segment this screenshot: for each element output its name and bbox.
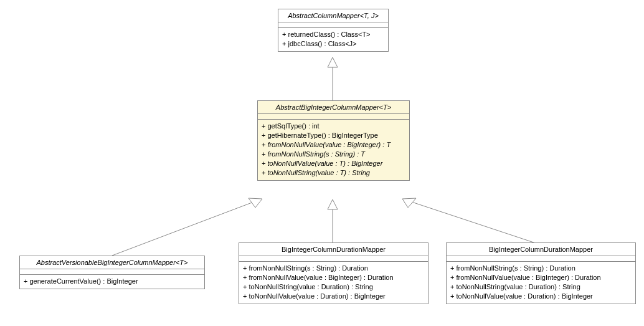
method-abstract: + fromNonNullString(s : String) : T bbox=[262, 150, 405, 159]
method: + toNonNullValue(value : Duration) : Big… bbox=[450, 292, 632, 301]
class-methods: + getSqlType() : int + getHibernateType(… bbox=[258, 120, 409, 180]
method: + toNonNullString(value : Duration) : St… bbox=[243, 282, 424, 292]
method: + getHibernateType() : BigIntegerType bbox=[262, 131, 405, 140]
class-methods: + fromNonNullString(s : String) : Durati… bbox=[447, 262, 635, 304]
method: + fromNonNullString(s : String) : Durati… bbox=[243, 264, 424, 273]
class-biginteger-column-duration-mapper[interactable]: BigIntegerColumnDurationMapper + fromNon… bbox=[239, 242, 429, 304]
method: + returnedClass() : Class<T> bbox=[282, 30, 384, 39]
class-attributes-empty bbox=[278, 22, 388, 28]
method-abstract: + toNonNullString(value : T) : String bbox=[262, 168, 405, 178]
class-title: BigIntegerColumnDurationMapper bbox=[239, 243, 428, 256]
class-abstract-versionable-biginteger-column-mapper[interactable]: AbstractVersionableBigIntegerColumnMappe… bbox=[19, 256, 205, 289]
method: + fromNonNullValue(value : BigInteger) :… bbox=[450, 273, 632, 282]
method-abstract: + toNonNullValue(value : T) : BigInteger bbox=[262, 159, 405, 168]
class-methods: + fromNonNullString(s : String) : Durati… bbox=[239, 262, 428, 304]
class-attributes-empty bbox=[447, 256, 635, 262]
class-biginteger-column-duration-mapper-2[interactable]: BigIntegerColumnDurationMapper + fromNon… bbox=[446, 242, 636, 304]
class-attributes-empty bbox=[239, 256, 428, 262]
svg-line-6 bbox=[412, 202, 536, 243]
method: + getSqlType() : int bbox=[262, 122, 405, 131]
class-abstract-biginteger-column-mapper[interactable]: AbstractBigIntegerColumnMapper<T> + getS… bbox=[257, 100, 410, 181]
class-methods: + generateCurrentValue() : BigInteger bbox=[20, 275, 204, 289]
method: + jdbcClass() : Class<J> bbox=[282, 39, 384, 49]
svg-marker-1 bbox=[328, 57, 338, 67]
class-abstract-column-mapper[interactable]: AbstractColumnMapper<T, J> + returnedCla… bbox=[278, 9, 389, 52]
method: + toNonNullValue(value : Duration) : Big… bbox=[243, 292, 424, 301]
method: + toNonNullString(value : Duration) : St… bbox=[450, 282, 632, 292]
svg-marker-3 bbox=[328, 199, 338, 209]
class-title: AbstractColumnMapper<T, J> bbox=[278, 9, 388, 22]
method: + generateCurrentValue() : BigInteger bbox=[24, 277, 201, 286]
class-title: BigIntegerColumnDurationMapper bbox=[447, 243, 635, 256]
method-abstract: + fromNonNullValue(value : BigInteger) :… bbox=[262, 140, 405, 150]
method: + fromNonNullString(s : String) : Durati… bbox=[450, 264, 632, 273]
svg-marker-7 bbox=[402, 198, 416, 208]
class-attributes-empty bbox=[20, 269, 204, 275]
class-title: AbstractBigIntegerColumnMapper<T> bbox=[258, 101, 409, 114]
class-methods: + returnedClass() : Class<T> + jdbcClass… bbox=[278, 28, 388, 51]
svg-marker-5 bbox=[249, 198, 262, 208]
svg-line-4 bbox=[112, 202, 253, 256]
method: + fromNonNullValue(value : BigInteger) :… bbox=[243, 273, 424, 282]
class-title: AbstractVersionableBigIntegerColumnMappe… bbox=[20, 256, 204, 269]
class-attributes-empty bbox=[258, 114, 409, 120]
